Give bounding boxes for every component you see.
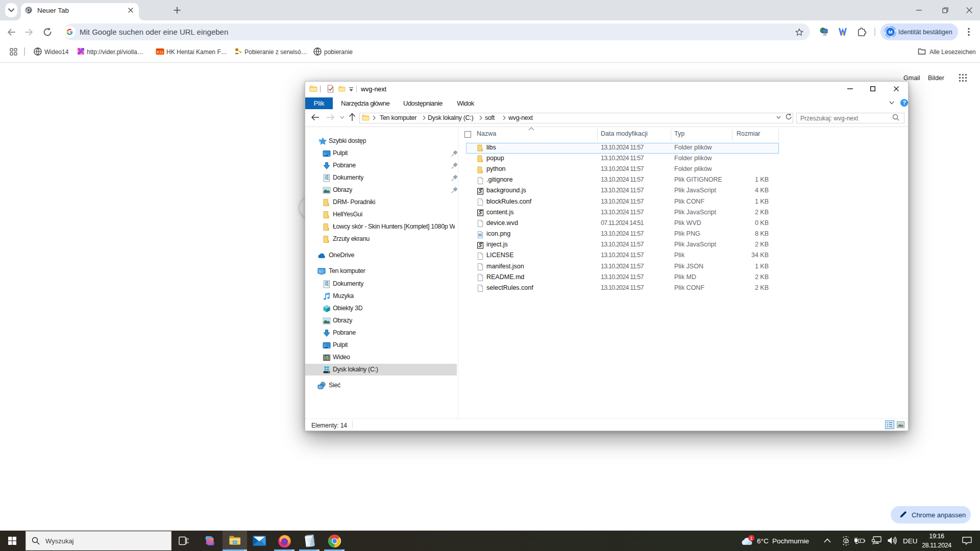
svg-text:1: 1 [750, 536, 752, 541]
svg-text:M: M [889, 29, 893, 35]
svg-text:KG: KG [157, 49, 164, 55]
